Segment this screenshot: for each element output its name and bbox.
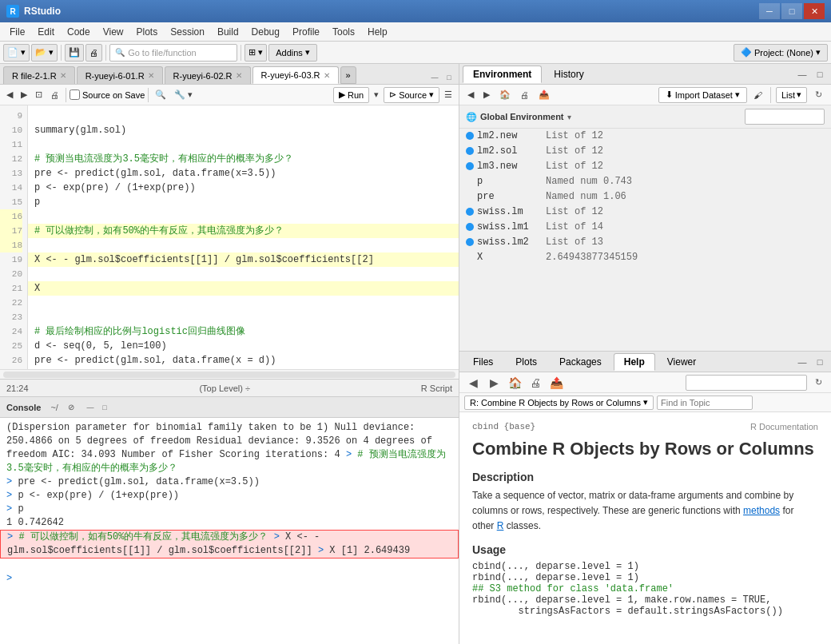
env-var-type: List of 12 xyxy=(546,145,825,157)
env-back-button[interactable]: ◀ xyxy=(464,87,477,103)
dot-icon xyxy=(466,162,474,170)
menu-item-plots[interactable]: Plots xyxy=(130,22,165,41)
env-forward-button[interactable]: ▶ xyxy=(480,87,493,103)
back-button[interactable]: ◀ xyxy=(3,87,16,103)
menu-item-profile[interactable]: Profile xyxy=(286,22,326,41)
tab-label: R-yueyi-6-02.R xyxy=(173,71,233,81)
clear-env-button[interactable]: 🖌 xyxy=(750,87,765,103)
menu-item-tools[interactable]: Tools xyxy=(326,22,361,41)
expand-editor-button[interactable]: □ xyxy=(443,71,455,84)
tab-environment[interactable]: Environment xyxy=(463,66,542,83)
console-clear-button[interactable]: ⊘ xyxy=(65,401,78,414)
tab-close-icon[interactable]: ✕ xyxy=(60,71,66,80)
menu-item-file[interactable]: File xyxy=(3,22,31,41)
help-print-button[interactable]: 🖨 xyxy=(527,375,544,391)
project-button[interactable]: 🔷 Project: (None) ▾ xyxy=(734,44,828,62)
close-button[interactable]: ✕ xyxy=(804,3,825,19)
minimize-button[interactable]: ─ xyxy=(759,3,780,19)
import-dataset-button[interactable]: ⬇ Import Dataset ▾ xyxy=(658,87,747,103)
source-on-save-label[interactable]: Source on Save xyxy=(70,89,145,100)
run-arrow-button[interactable]: ▾ xyxy=(371,87,382,103)
tab-ryueyi601[interactable]: R-yueyi-6-01.R ✕ xyxy=(77,66,163,84)
env-row-p[interactable]: p Named num 0.743 xyxy=(459,174,831,189)
env-search-input[interactable] xyxy=(745,109,825,125)
expand-console-button[interactable]: □ xyxy=(98,401,111,414)
tab-ryueyi603[interactable]: R-yueyi-6-03.R ✕ xyxy=(252,66,339,84)
tab-viewer[interactable]: Viewer xyxy=(657,353,706,371)
env-row-swisslm1[interactable]: swiss.lm1 List of 14 xyxy=(459,220,831,235)
editor-toolbar: ◀ ▶ ⊡ 🖨 Source on Save 🔍 🔧 ▾ ▶ Run ▾ xyxy=(0,85,459,105)
find-topic-input[interactable] xyxy=(657,396,753,410)
help-refresh-button[interactable]: ↻ xyxy=(810,375,826,391)
forward-button[interactable]: ▶ xyxy=(18,87,30,103)
find-button[interactable]: 🔍 xyxy=(152,87,169,103)
open-file-button[interactable]: 📂 ▾ xyxy=(31,44,58,62)
run-button[interactable]: ▶ Run xyxy=(333,87,369,103)
goto-file-input[interactable]: 🔍 Go to file/function xyxy=(109,44,237,62)
collapse-editor-button[interactable]: — xyxy=(428,71,441,84)
menu-item-edit[interactable]: Edit xyxy=(31,22,61,41)
menu-item-code[interactable]: Code xyxy=(61,22,97,41)
refresh-env-button[interactable]: ↻ xyxy=(810,87,826,103)
tab-history[interactable]: History xyxy=(543,66,594,83)
editor-hscrollbar[interactable] xyxy=(0,369,459,379)
menu-item-session[interactable]: Session xyxy=(164,22,211,41)
menu-item-view[interactable]: View xyxy=(97,22,130,41)
addins-button[interactable]: Addins ▾ xyxy=(268,44,317,62)
list-view-button[interactable]: List ▾ xyxy=(776,87,807,103)
env-row-lm3new[interactable]: lm3.new List of 12 xyxy=(459,159,831,174)
more-tabs-button[interactable]: » xyxy=(340,66,356,84)
source-on-save-checkbox[interactable] xyxy=(70,89,80,100)
tab-rfile21[interactable]: R file-2-1.R ✕ xyxy=(3,66,75,84)
help-back-button[interactable]: ◀ xyxy=(464,375,482,391)
tab-help[interactable]: Help xyxy=(614,353,655,371)
console-content[interactable]: (Dispersion parameter for binomial famil… xyxy=(0,418,459,644)
env-row-lm2new[interactable]: lm2.new List of 12 xyxy=(459,129,831,144)
env-row-swisslm[interactable]: swiss.lm List of 12 xyxy=(459,205,831,220)
help-path-dropdown[interactable]: R: Combine R Objects by Rows or Columns … xyxy=(464,396,654,410)
env-print-button[interactable]: 🖨 xyxy=(517,87,532,103)
tab-close-icon[interactable]: ✕ xyxy=(324,71,330,80)
grid-button[interactable]: ⊞ ▾ xyxy=(245,44,267,62)
env-row-swisslm2[interactable]: swiss.lm2 List of 13 xyxy=(459,235,831,250)
tab-plots[interactable]: Plots xyxy=(505,353,547,371)
help-home-button[interactable]: 🏠 xyxy=(506,375,523,391)
expand-env-button[interactable]: □ xyxy=(812,66,828,82)
tab-packages[interactable]: Packages xyxy=(549,353,612,371)
env-export-button[interactable]: 📤 xyxy=(535,87,553,103)
r-link[interactable]: R xyxy=(497,520,504,531)
code-tools-button[interactable]: 🔧 ▾ xyxy=(171,87,196,103)
code-content[interactable]: summary(glm.sol) # 预测当电流强度为3.5毫安时，有相应的牛的… xyxy=(28,105,459,369)
maximize-button[interactable]: □ xyxy=(781,3,802,19)
env-row-pre[interactable]: pre Named num 1.06 xyxy=(459,189,831,205)
new-file-button[interactable]: 📄 ▾ xyxy=(3,44,30,62)
menu-item-debug[interactable]: Debug xyxy=(245,22,286,41)
console-tab[interactable]: Console xyxy=(6,403,41,412)
tab-close-icon[interactable]: ✕ xyxy=(148,71,154,80)
tab-ryueyi602[interactable]: R-yueyi-6-02.R ✕ xyxy=(165,66,251,84)
env-home-button[interactable]: 🏠 xyxy=(496,87,514,103)
expand-files-button[interactable]: □ xyxy=(812,354,828,370)
save-button[interactable]: 💾 xyxy=(65,44,84,62)
source-button[interactable]: ⊳ Source ▾ xyxy=(384,87,439,103)
print-button[interactable]: 🖨 xyxy=(85,44,102,62)
help-forward-button[interactable]: ▶ xyxy=(485,375,503,391)
menu-item-build[interactable]: Build xyxy=(211,22,245,41)
collapse-files-button[interactable]: — xyxy=(794,354,810,370)
files-panel: Files Plots Packages Help Viewer — □ xyxy=(459,352,831,644)
show-in-window-button[interactable]: ⊡ xyxy=(32,87,46,103)
collapse-env-button[interactable]: — xyxy=(794,66,810,82)
help-search-input[interactable] xyxy=(686,375,808,391)
menu-item-help[interactable]: Help xyxy=(361,22,394,41)
env-row-lm2sol[interactable]: lm2.sol List of 12 xyxy=(459,144,831,159)
editor-menu-button[interactable]: ☰ xyxy=(441,87,455,103)
print-source-button[interactable]: 🖨 xyxy=(47,87,62,103)
env-tab-bar: Environment History — □ xyxy=(459,64,831,85)
global-env-arrow[interactable]: ▾ xyxy=(567,113,571,121)
env-row-X[interactable]: X 2.64943877345159 xyxy=(459,250,831,265)
methods-link[interactable]: methods xyxy=(743,505,780,516)
tab-files[interactable]: Files xyxy=(463,353,503,371)
help-export-button[interactable]: 📤 xyxy=(547,375,565,391)
collapse-console-button[interactable]: — xyxy=(84,401,97,414)
tab-close-icon[interactable]: ✕ xyxy=(236,71,242,80)
